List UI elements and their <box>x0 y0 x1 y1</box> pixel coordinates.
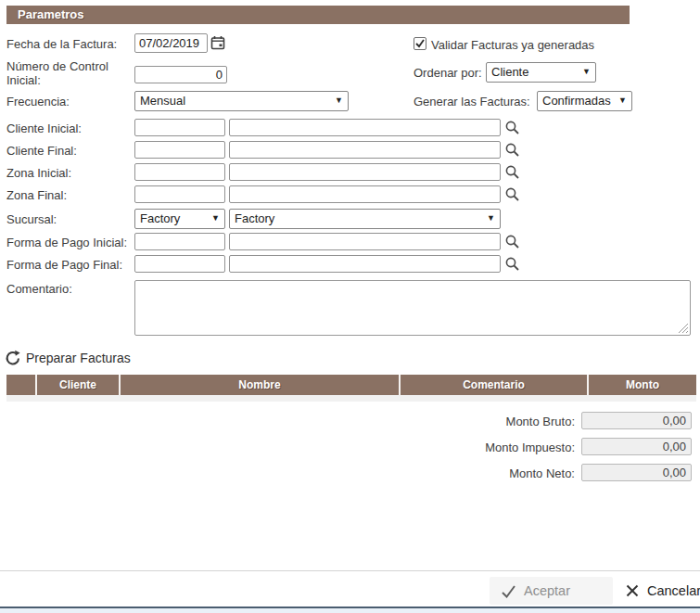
comentario-label: Comentario: <box>6 282 72 296</box>
checkbox-check-icon <box>414 38 426 49</box>
refresh-icon <box>5 350 21 366</box>
sucursal-code-value: Factory <box>140 211 180 225</box>
column-header-monto[interactable]: Monto <box>587 375 696 395</box>
results-table-empty-row <box>6 395 696 402</box>
aceptar-label: Aceptar <box>524 583 570 598</box>
zona-final-label: Zona Final: <box>6 188 67 202</box>
cliente-final-label: Cliente Final: <box>6 144 77 158</box>
bottom-accent-fill <box>0 608 700 613</box>
panel-title: Parametros <box>6 6 630 24</box>
column-header-nombre[interactable]: Nombre <box>119 375 399 395</box>
chevron-down-icon: ▼ <box>582 64 591 79</box>
search-icon[interactable] <box>504 164 520 180</box>
sucursal-code-select[interactable]: Factory ▼ <box>134 209 225 229</box>
fecha-input[interactable] <box>134 33 208 53</box>
monto-neto-label: Monto Neto: <box>389 466 575 480</box>
forma-pago-inicial-name-input[interactable] <box>229 233 501 250</box>
ordenar-label: Ordenar por: <box>414 66 482 80</box>
sucursal-label: Sucursal: <box>6 212 57 226</box>
monto-impuesto-input <box>581 438 692 455</box>
results-table-header: Cliente Nombre Comentario Monto <box>6 375 696 395</box>
zona-inicial-label: Zona Inicial: <box>6 166 71 180</box>
check-icon <box>501 583 516 599</box>
ordenar-select[interactable]: Cliente ▼ <box>486 62 596 83</box>
chevron-down-icon: ▼ <box>335 93 343 108</box>
cliente-inicial-code-input[interactable] <box>134 119 225 136</box>
validar-label: Validar Facturas ya generadas <box>431 38 594 52</box>
column-header-cliente[interactable]: Cliente <box>35 375 119 395</box>
zona-final-name-input[interactable] <box>229 185 501 203</box>
search-icon[interactable] <box>504 186 520 202</box>
cliente-final-name-input[interactable] <box>229 141 501 159</box>
comentario-textarea[interactable] <box>134 280 691 336</box>
cancelar-label: Cancelar <box>647 583 700 598</box>
chevron-down-icon: ▼ <box>211 211 220 225</box>
cliente-inicial-name-input[interactable] <box>229 119 501 136</box>
cancelar-button[interactable]: Cancelar <box>614 577 700 605</box>
search-icon[interactable] <box>504 234 520 249</box>
fecha-label: Fecha de la Factura: <box>6 37 117 51</box>
forma-pago-final-code-input[interactable] <box>134 255 225 273</box>
monto-bruto-input <box>581 412 692 429</box>
generar-select[interactable]: Confirmadas ▼ <box>537 91 632 111</box>
frecuencia-select[interactable]: Mensual ▼ <box>134 91 349 111</box>
search-icon[interactable] <box>504 142 520 158</box>
aceptar-button[interactable]: Aceptar <box>490 577 613 605</box>
search-icon[interactable] <box>504 120 520 135</box>
zona-inicial-name-input[interactable] <box>229 163 501 181</box>
column-header-comentario[interactable]: Comentario <box>399 375 587 395</box>
cliente-inicial-label: Cliente Inicial: <box>6 121 82 135</box>
forma-pago-final-name-input[interactable] <box>229 255 501 273</box>
numero-control-input[interactable] <box>134 66 227 83</box>
forma-pago-final-label: Forma de Pago Final: <box>6 258 122 272</box>
ordenar-select-value: Cliente <box>491 65 528 79</box>
forma-pago-inicial-label: Forma de Pago Inicial: <box>6 236 127 249</box>
numero-control-label: Número de Control Inicial: <box>6 59 136 87</box>
search-icon[interactable] <box>504 256 520 272</box>
invoice-parameters-screen: Parametros Fecha de la Factura: Validar … <box>0 0 700 613</box>
preparar-facturas-button[interactable]: Preparar Facturas <box>5 348 131 368</box>
chevron-down-icon: ▼ <box>618 93 627 108</box>
footer-divider <box>0 570 700 571</box>
frecuencia-label: Frecuencia: <box>6 95 70 109</box>
cliente-final-code-input[interactable] <box>134 141 225 159</box>
calendar-icon[interactable] <box>210 35 225 50</box>
preparar-facturas-label: Preparar Facturas <box>26 351 131 365</box>
frecuencia-select-value: Mensual <box>140 94 185 108</box>
chevron-down-icon: ▼ <box>487 211 495 225</box>
sucursal-name-value: Factory <box>235 211 274 225</box>
validar-checkbox[interactable] <box>414 37 426 50</box>
monto-bruto-label: Monto Bruto: <box>389 415 575 428</box>
sucursal-name-select[interactable]: Factory ▼ <box>229 209 501 229</box>
column-header-selector[interactable] <box>6 375 35 395</box>
monto-impuesto-label: Monto Impuesto: <box>389 441 575 454</box>
forma-pago-inicial-code-input[interactable] <box>134 233 225 250</box>
monto-neto-input <box>581 464 692 481</box>
close-icon <box>625 583 640 598</box>
zona-inicial-code-input[interactable] <box>134 163 225 181</box>
zona-final-code-input[interactable] <box>134 185 225 203</box>
generar-select-value: Confirmadas <box>542 94 611 108</box>
generar-label: Generar las Facturas: <box>414 95 530 109</box>
